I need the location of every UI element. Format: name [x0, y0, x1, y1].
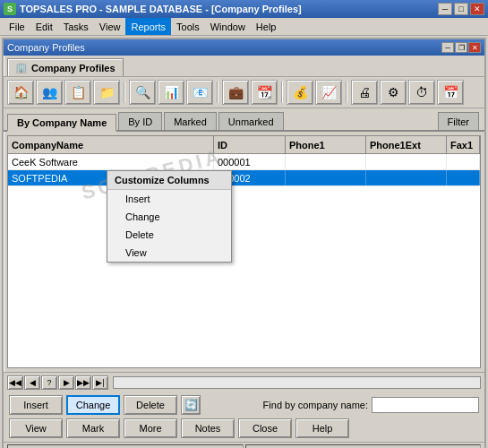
cell-company-name-1: CeeK Software	[8, 154, 214, 169]
refresh-button[interactable]: 🔄	[181, 395, 201, 415]
cell-phone1ext-2	[366, 170, 447, 185]
cell-fax1-2	[447, 170, 480, 185]
nav-next-btn[interactable]: ▶	[58, 375, 74, 390]
inner-close-button[interactable]: ✕	[468, 42, 481, 53]
col-header-phone1[interactable]: Phone1	[286, 136, 366, 153]
bottom-buttons-row1: Insert Change Delete 🔄 Find by company n…	[4, 392, 484, 417]
nav-prev-btn[interactable]: ◀	[24, 375, 40, 390]
mark-button[interactable]: Mark	[66, 418, 120, 438]
menu-help[interactable]: Help	[251, 18, 282, 35]
status-date: Monday, 24 JAN 2011	[7, 444, 244, 449]
insert-button[interactable]: Insert	[9, 395, 63, 415]
menu-file[interactable]: File	[4, 18, 30, 35]
tab-unmarked[interactable]: Unmarked	[218, 112, 284, 130]
toolbar-separator-3	[281, 82, 283, 103]
toolbar-separator-4	[346, 82, 347, 103]
toolbar-reports-btn[interactable]: 📊	[158, 80, 184, 105]
nav-first-btn[interactable]: ◀◀	[7, 375, 23, 390]
app-icon: S	[4, 3, 16, 15]
cell-phone1-1	[286, 154, 366, 169]
tab-by-company-name[interactable]: By Company Name	[7, 114, 116, 132]
toolbar-print-btn[interactable]: 🖨	[351, 80, 378, 105]
app-title: TOPSALES PRO - SAMPLE DATABASE - [Compan…	[20, 4, 302, 14]
toolbar-finance-btn[interactable]: 💰	[287, 80, 313, 105]
toolbar-separator-1	[124, 82, 125, 103]
title-bar: S TOPSALES PRO - SAMPLE DATABASE - [Comp…	[0, 0, 488, 18]
horizontal-scrollbar[interactable]	[113, 376, 481, 389]
view-button[interactable]: View	[9, 418, 63, 438]
maximize-button[interactable]: □	[454, 3, 468, 15]
inner-title-controls: ─ ❐ ✕	[441, 42, 481, 53]
cell-fax1-1	[447, 154, 480, 169]
title-bar-left: S TOPSALES PRO - SAMPLE DATABASE - [Comp…	[4, 3, 302, 15]
bottom-buttons-row2: View Mark More Notes Close Help	[4, 417, 484, 442]
inner-title-bar: Company Profiles ─ ❐ ✕	[4, 39, 484, 56]
toolbar: 🏠 👥 📋 📁 🔍 📊 📧 💼 📆 💰 📈 🖨 ⚙ ⏱ 📅	[4, 76, 484, 108]
menu-bar: File Edit Tasks View Reports Tools Windo…	[0, 18, 488, 36]
delete-button[interactable]: Delete	[124, 395, 177, 415]
toolbar-notes-btn[interactable]: 📋	[64, 80, 91, 105]
menu-tools[interactable]: Tools	[171, 18, 205, 35]
find-input[interactable]	[372, 397, 479, 413]
toolbar-tasks-btn[interactable]: 💼	[222, 80, 249, 105]
inner-window-title: Company Profiles	[7, 42, 85, 53]
table-header: CompanyName ID Phone1 Phone1Ext Fax1	[8, 136, 480, 154]
col-header-phone1ext[interactable]: Phone1Ext	[366, 136, 447, 153]
help-button[interactable]: Help	[295, 418, 349, 438]
context-menu-change[interactable]: Change	[107, 208, 231, 226]
menu-view[interactable]: View	[94, 18, 126, 35]
toolbar-email-btn[interactable]: 📧	[186, 80, 213, 105]
tab-filter[interactable]: Filter	[438, 112, 479, 130]
toolbar-search-btn[interactable]: 🔍	[129, 80, 156, 105]
context-menu-header: Customize Columns	[107, 171, 231, 190]
context-menu-delete[interactable]: Delete	[107, 226, 231, 244]
tab-label: Company Profiles	[31, 63, 116, 73]
toolbar-separator-2	[217, 82, 218, 103]
status-user: USER	[245, 444, 482, 449]
toolbar-files-btn[interactable]: 📁	[93, 80, 120, 105]
inner-restore-button[interactable]: ❐	[455, 42, 467, 53]
toolbar-chart-btn[interactable]: 📈	[315, 80, 342, 105]
view-tabs: By Company Name By ID Marked Unmarked Fi…	[4, 108, 484, 132]
cell-phone1ext-1	[366, 154, 447, 169]
context-menu-view[interactable]: View	[107, 244, 231, 262]
inner-window: Company Profiles ─ ❐ ✕ 🏢 Company Profile…	[2, 38, 486, 448]
toolbar-schedule-btn[interactable]: 📅	[437, 80, 464, 105]
table-row[interactable]: CeeK Software 000001	[8, 154, 480, 170]
close-button-bottom[interactable]: Close	[238, 418, 292, 438]
menu-window[interactable]: Window	[205, 18, 251, 35]
menu-edit[interactable]: Edit	[30, 18, 58, 35]
title-controls: ─ □ ✕	[438, 3, 484, 15]
nav-bar: ◀◀ ◀ ? ▶ ▶▶ ▶|	[4, 372, 484, 392]
table-row-selected[interactable]: SOFTPEDIA 000002	[8, 170, 480, 186]
toolbar-settings-btn[interactable]: ⚙	[380, 80, 407, 105]
tab-marked[interactable]: Marked	[164, 112, 217, 130]
minimize-button[interactable]: ─	[438, 3, 452, 15]
nav-end-btn[interactable]: ▶|	[92, 375, 108, 390]
table-area: SOFTPEDIA CompanyName ID Phone1 Phone1Ex…	[7, 135, 481, 368]
col-header-fax1[interactable]: Fax1	[447, 136, 480, 153]
more-button[interactable]: More	[124, 418, 177, 438]
close-button[interactable]: ✕	[470, 3, 484, 15]
tab-icon: 🏢	[15, 62, 28, 73]
change-button[interactable]: Change	[66, 395, 120, 415]
find-label: Find by company name:	[263, 400, 368, 410]
toolbar-home-btn[interactable]: 🏠	[7, 80, 34, 105]
inner-minimize-button[interactable]: ─	[441, 42, 454, 53]
nav-search-btn[interactable]: ?	[41, 375, 57, 390]
tab-by-id[interactable]: By ID	[118, 112, 162, 130]
toolbar-contacts-btn[interactable]: 👥	[36, 80, 63, 105]
company-profiles-tab[interactable]: 🏢 Company Profiles	[7, 58, 124, 76]
col-header-id[interactable]: ID	[214, 136, 286, 153]
cell-phone1-2	[286, 170, 366, 185]
status-bar: Monday, 24 JAN 2011 USER	[4, 442, 484, 448]
notes-button[interactable]: Notes	[181, 418, 235, 438]
col-header-company-name[interactable]: CompanyName	[8, 136, 214, 153]
cell-id-1: 000001	[214, 154, 286, 169]
context-menu-insert[interactable]: Insert	[107, 190, 231, 208]
nav-last-btn[interactable]: ▶▶	[75, 375, 91, 390]
toolbar-timer-btn[interactable]: ⏱	[408, 80, 435, 105]
menu-tasks[interactable]: Tasks	[58, 18, 94, 35]
toolbar-calendar-btn[interactable]: 📆	[251, 80, 278, 105]
menu-reports[interactable]: Reports	[125, 18, 171, 35]
